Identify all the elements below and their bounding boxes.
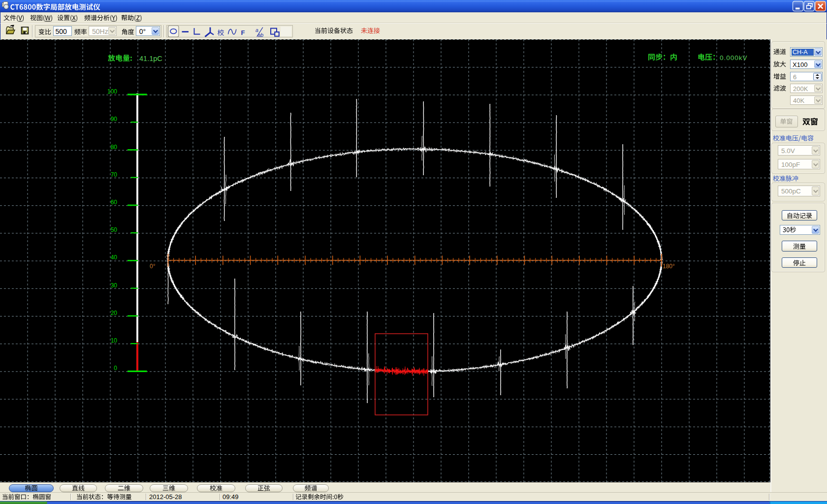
svg-text:ab: ab xyxy=(258,32,264,38)
svg-text:90: 90 xyxy=(111,116,118,123)
svg-text:20: 20 xyxy=(111,310,118,316)
svg-text:30: 30 xyxy=(111,282,118,289)
svg-text:41.1pC: 41.1pC xyxy=(139,55,162,63)
svg-text:50: 50 xyxy=(111,226,118,233)
svg-text:0.000kV: 0.000kV xyxy=(720,54,748,62)
svg-text:40: 40 xyxy=(111,254,118,261)
svg-text:F: F xyxy=(241,29,245,36)
svg-text:100: 100 xyxy=(107,88,117,95)
svg-text:0: 0 xyxy=(114,365,117,372)
svg-text:10: 10 xyxy=(111,337,118,344)
svg-text:0°: 0° xyxy=(150,263,156,270)
svg-text:70: 70 xyxy=(111,171,118,178)
svg-text:180°: 180° xyxy=(663,263,675,270)
svg-text:60: 60 xyxy=(111,199,118,206)
svg-text:80: 80 xyxy=(111,144,118,151)
